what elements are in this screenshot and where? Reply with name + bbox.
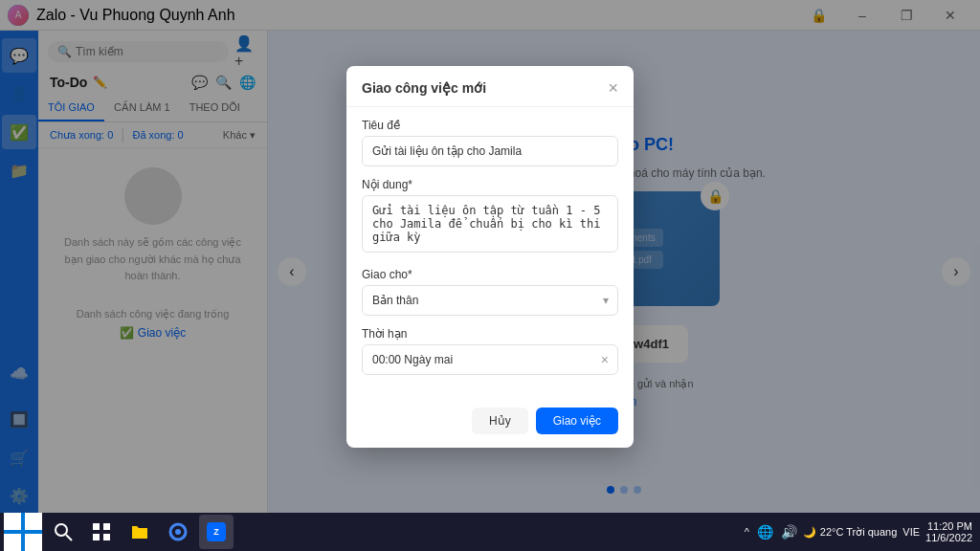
modal-header: Giao công việc mới × xyxy=(346,66,634,107)
taskbar-network-icon[interactable]: 🌐 xyxy=(757,524,773,540)
date-display: 11/6/2022 xyxy=(925,532,972,543)
noi-dung-group: Nội dung* Gửi tài liệu ôn tập từ tuần 1 … xyxy=(362,178,618,256)
tieu-de-input[interactable] xyxy=(362,136,618,166)
taskbar-search[interactable] xyxy=(46,515,80,549)
taskbar-left: Z xyxy=(0,513,234,551)
svg-line-1 xyxy=(66,535,72,540)
taskbar-clock[interactable]: 11:20 PM 11/6/2022 xyxy=(925,520,972,543)
taskbar-chrome[interactable] xyxy=(161,515,195,549)
taskbar-volume-icon[interactable]: 🔊 xyxy=(781,524,797,540)
modal-close-button[interactable]: × xyxy=(608,79,618,97)
tieu-de-group: Tiêu đề xyxy=(362,119,618,166)
modal-body: Tiêu đề Nội dung* Gửi tài liệu ôn tập từ… xyxy=(346,107,634,398)
start-button[interactable] xyxy=(4,513,42,551)
thoi-han-group: Thời hạn 00:00 Ngày mai × xyxy=(362,327,618,375)
svg-rect-5 xyxy=(103,534,110,540)
taskbar-chevron[interactable]: ^ xyxy=(745,526,749,538)
cancel-button[interactable]: Hủy xyxy=(472,408,528,434)
thoi-han-wrapper: 00:00 Ngày mai × xyxy=(362,344,618,375)
taskbar-right: ^ 🌐 🔊 🌙 22°C Trời quang VIE 11:20 PM 11/… xyxy=(745,520,980,543)
svg-rect-4 xyxy=(93,534,100,540)
clear-deadline-button[interactable]: × xyxy=(601,352,609,367)
taskbar-language[interactable]: VIE xyxy=(902,526,920,538)
taskbar-explorer[interactable] xyxy=(122,515,157,549)
tieu-de-label: Tiêu đề xyxy=(362,119,618,132)
svg-point-0 xyxy=(56,524,67,536)
taskbar-taskview[interactable] xyxy=(84,515,119,549)
taskbar-zalo[interactable]: Z xyxy=(199,515,234,549)
weather-icon: 🌙 xyxy=(803,526,816,539)
modal-footer: Hủy Giao việc xyxy=(346,398,634,448)
time-display: 11:20 PM xyxy=(925,520,972,532)
giao-viec-modal: Giao công việc mới × Tiêu đề Nội dung* G… xyxy=(346,66,634,448)
giao-cho-group: Giao cho* Bản thân Người khác ▾ xyxy=(362,268,618,316)
modal-overlay: Giao công việc mới × Tiêu đề Nội dung* G… xyxy=(0,0,980,513)
thoi-han-label: Thời hạn xyxy=(362,327,618,341)
submit-button[interactable]: Giao việc xyxy=(536,408,618,434)
thoi-han-display[interactable]: 00:00 Ngày mai xyxy=(362,344,618,375)
svg-rect-3 xyxy=(103,523,110,530)
taskbar: Z ^ 🌐 🔊 🌙 22°C Trời quang VIE 11:20 PM 1… xyxy=(0,513,980,551)
modal-title: Giao công việc mới xyxy=(362,80,486,96)
noi-dung-label: Nội dung* xyxy=(362,178,618,191)
taskbar-sys-icons: ^ 🌐 🔊 xyxy=(745,524,797,540)
giao-cho-select[interactable]: Bản thân Người khác xyxy=(362,285,618,316)
noi-dung-input[interactable]: Gửi tài liệu ôn tập từ tuần 1 - 5 cho Ja… xyxy=(362,195,618,253)
svg-point-7 xyxy=(175,529,181,535)
svg-rect-2 xyxy=(93,523,100,530)
weather-text: 22°C Trời quang xyxy=(820,526,898,539)
taskbar-weather: 🌙 22°C Trời quang xyxy=(803,526,898,539)
giao-cho-label: Giao cho* xyxy=(362,268,618,281)
giao-cho-select-wrapper: Bản thân Người khác ▾ xyxy=(362,285,618,316)
